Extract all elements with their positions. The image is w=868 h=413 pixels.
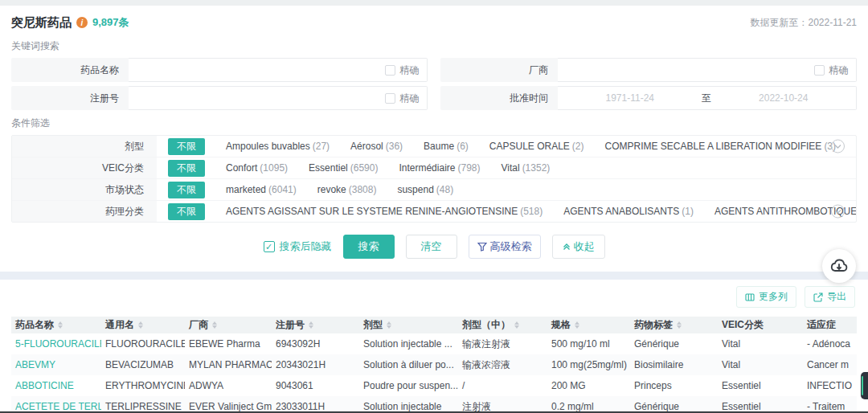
drug-name-link[interactable]: 5-FLUOROURACILE ...: [11, 333, 101, 354]
collapse-button[interactable]: 收起: [552, 235, 605, 259]
expand-chevron-down-icon[interactable]: [831, 205, 845, 219]
date-from-input[interactable]: 1971-11-24: [606, 92, 655, 104]
veic-label: VEIC分类: [12, 157, 157, 178]
cell-registration-number: 20343021H: [272, 354, 359, 375]
cell-dosage-form-cn: 输液注射液: [458, 333, 547, 354]
filter-box: 剂型 不限 Ampoules buvables(27) Aérosol(36) …: [11, 135, 857, 223]
sort-icon[interactable]: [677, 321, 682, 329]
registration-number-input[interactable]: 精确: [129, 86, 428, 110]
cell-manufacturer: MYLAN PHARMACE...: [185, 354, 272, 375]
info-icon[interactable]: i: [76, 17, 88, 28]
checkbox-icon[interactable]: [814, 65, 825, 76]
manufacturer-label: 厂商: [440, 58, 558, 82]
sort-icon[interactable]: [58, 321, 63, 329]
date-separator: 至: [702, 92, 711, 105]
column-header-drug-name[interactable]: 药品名称: [11, 317, 101, 333]
cell-dosage-form: Poudre pour suspen...: [359, 375, 458, 396]
keyword-search-section-label: 关键词搜索: [11, 39, 857, 53]
side-panel-handle[interactable]: [861, 372, 868, 399]
collapse-label: 收起: [574, 239, 595, 254]
cell-manufacturer: ADWYA: [185, 375, 272, 396]
filter-option[interactable]: COMPRIME SECABLE A LIBERATION MODIFIEE(3…: [605, 141, 837, 152]
unlimited-badge[interactable]: 不限: [168, 182, 205, 198]
advanced-search-button[interactable]: 高级检索: [469, 235, 541, 259]
unlimited-badge[interactable]: 不限: [168, 160, 205, 177]
filter-row-veic: VEIC分类 不限 Confort(1095) Essentiel(6590) …: [12, 157, 856, 178]
table-body: 5-FLUOROURACILE ... FLUOROURACILE EBEWE …: [11, 333, 857, 413]
registration-number-exact-checkbox[interactable]: 精确: [385, 92, 419, 105]
approval-date-range: 1971-11-24 至 2022-10-24: [558, 86, 857, 110]
filter-option[interactable]: suspend(48): [397, 184, 453, 195]
export-button[interactable]: 导出: [805, 286, 855, 308]
filter-option[interactable]: revoke(3808): [317, 184, 377, 195]
sort-icon[interactable]: [212, 321, 217, 329]
sort-icon[interactable]: [138, 321, 143, 329]
search-button[interactable]: 搜索: [343, 235, 395, 259]
cell-generic-name: ERYTHROMYCINE: [101, 375, 185, 396]
cell-indication: - Traitem: [803, 396, 857, 413]
cell-drug-tag: Générique: [630, 333, 718, 354]
cell-generic-name: TERLIPRESSINE: [101, 396, 185, 413]
sort-icon[interactable]: [514, 321, 519, 329]
drug-name-link[interactable]: ABEVMY: [11, 354, 101, 375]
table-row: ABBOTICINE ERYTHROMYCINE ADWYA 9043061 P…: [11, 375, 857, 396]
cell-indication: INFECTIO: [803, 375, 857, 396]
filter-option[interactable]: Vital(1352): [501, 162, 550, 174]
sort-icon[interactable]: [387, 321, 391, 329]
expand-chevron-down-icon[interactable]: [831, 140, 845, 153]
more-columns-button[interactable]: 更多列: [736, 286, 796, 308]
manufacturer-exact-checkbox[interactable]: 精确: [814, 63, 848, 77]
drug-name-input[interactable]: 精确: [129, 58, 428, 82]
column-header-spec[interactable]: 规格: [547, 317, 630, 333]
manufacturer-input[interactable]: 精确: [558, 58, 857, 82]
filter-option[interactable]: AGENTS ANABOLISANTS(1): [563, 206, 694, 217]
checkbox-icon[interactable]: [385, 93, 395, 104]
double-chevron-up-icon: [563, 243, 571, 251]
column-header-manufacturer[interactable]: 厂商: [185, 317, 272, 333]
exact-label: 精确: [399, 92, 419, 105]
date-to-input[interactable]: 2022-10-24: [759, 92, 808, 104]
filter-option[interactable]: Ampoules buvables(27): [226, 141, 330, 152]
unlimited-badge[interactable]: 不限: [168, 203, 205, 220]
filter-option[interactable]: marketed(6041): [226, 184, 297, 195]
approval-date-label: 批准时间: [440, 86, 558, 110]
filter-option[interactable]: Essentiel(6590): [309, 162, 378, 174]
column-header-registration-number[interactable]: 注册号: [272, 317, 359, 333]
column-header-generic-name[interactable]: 通用名: [101, 317, 185, 333]
hide-after-search-label: 搜索后隐藏: [280, 239, 332, 254]
column-header-drug-tag[interactable]: 药物标签: [630, 317, 718, 333]
checkbox-icon[interactable]: [385, 65, 395, 76]
filter-option[interactable]: AGENTS AGISSANT SUR LE SYSTEME RENINE-AN…: [226, 206, 542, 217]
sort-icon[interactable]: [575, 321, 579, 329]
filter-option[interactable]: Aérosol(36): [350, 141, 403, 152]
checked-checkbox-icon[interactable]: ✓: [264, 241, 275, 252]
market-status-label: 市场状态: [12, 179, 157, 200]
column-header-indication: 适应症: [803, 317, 857, 333]
cloud-download-icon: [829, 256, 850, 276]
cell-drug-tag: Princeps: [630, 375, 718, 396]
cell-veic: Essentiel: [718, 396, 803, 413]
unlimited-badge[interactable]: 不限: [168, 138, 205, 155]
drug-name-link[interactable]: ACETETE DE TERLIP...: [11, 396, 101, 413]
filter-row-market-status: 市场状态 不限 marketed(6041) revoke(3808) susp…: [12, 178, 856, 200]
filter-option[interactable]: Intermédiaire(798): [399, 162, 480, 174]
actions-row: ✓ 搜索后隐藏 搜索 清空 高级检索 收起: [11, 223, 857, 272]
cell-dosage-form-cn: /: [458, 375, 547, 396]
exact-label: 精确: [399, 63, 419, 77]
filter-option[interactable]: CAPSULE ORALE(2): [489, 141, 584, 152]
download-cloud-fab[interactable]: [822, 249, 856, 283]
cell-veic: Vital: [718, 354, 803, 375]
cell-indication: Cancer m: [803, 354, 857, 375]
drug-name-exact-checkbox[interactable]: 精确: [385, 63, 419, 77]
cell-generic-name: FLUOROURACILE: [101, 333, 185, 354]
drug-name-link[interactable]: ABBOTICINE: [11, 375, 101, 396]
column-header-dosage-form[interactable]: 剂型: [359, 317, 458, 333]
keyword-search-form: 药品名称 精确 厂商 精确 注册号 精确: [11, 58, 857, 110]
hide-after-search-checkbox[interactable]: ✓ 搜索后隐藏: [264, 239, 332, 254]
clear-button[interactable]: 清空: [406, 235, 457, 259]
filter-option[interactable]: Confort(1095): [226, 162, 288, 174]
sort-icon[interactable]: [309, 321, 313, 329]
filter-option[interactable]: Baume(6): [424, 141, 469, 152]
column-header-dosage-form-cn[interactable]: 剂型（中）: [458, 317, 547, 333]
cell-indication: - Adénoca: [803, 333, 857, 354]
